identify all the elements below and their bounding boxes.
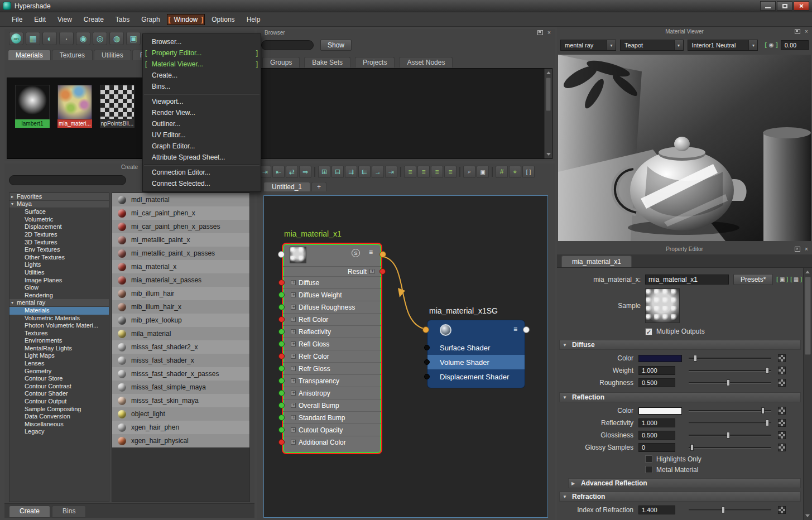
swatch-toolbar-icon[interactable]: ◍ [109, 32, 124, 45]
float-panel-icon[interactable] [795, 247, 800, 252]
node-type-list-item[interactable]: misss_fast_simple_maya [112, 381, 249, 394]
node-attribute-row[interactable]: Overall Bump [283, 399, 381, 411]
environment-dropdown[interactable]: Interior1 Neutral ▾ [688, 40, 758, 51]
ior-field[interactable]: 1.400 [638, 505, 675, 514]
tree-item[interactable]: Materials [9, 307, 109, 315]
tree-item[interactable]: Contour Output [9, 398, 109, 406]
texture-map-button[interactable] [778, 407, 786, 415]
float-panel-icon[interactable] [795, 29, 800, 34]
node-type-list-item[interactable]: xgen_hair_phen [112, 421, 249, 434]
browser-search-input[interactable] [261, 40, 314, 50]
node-input-port[interactable] [278, 251, 285, 258]
node-header[interactable]: ≡ [427, 320, 525, 340]
menu-item[interactable]: Tabs [110, 14, 134, 25]
node-type-list-item[interactable]: mi_metallic_paint_x_passes [112, 247, 249, 260]
tree-item[interactable]: ▾ Maya [9, 201, 109, 209]
tree-item[interactable]: Light Maps [9, 352, 109, 360]
texture-map-button[interactable] [778, 506, 786, 514]
swatch-tab[interactable]: Materials [8, 50, 51, 60]
node-type-list-item[interactable]: mi_metallic_paint_x [112, 233, 249, 247]
tree-item[interactable]: Displacement [9, 223, 109, 231]
node-attribute-row[interactable]: Volume Shader [427, 355, 525, 369]
node-name-input[interactable] [645, 275, 729, 285]
scroll-thumb[interactable] [546, 78, 551, 111]
tree-item[interactable]: 3D Textures [9, 239, 109, 247]
tree-disclosure-icon[interactable]: ▸ [11, 193, 17, 201]
tree-item[interactable]: Sample Compositing [9, 406, 109, 413]
weight-field[interactable]: 1.000 [638, 366, 675, 375]
material-swatch[interactable]: mia_materi... [57, 85, 92, 158]
reflection-color-swatch[interactable] [638, 407, 682, 415]
slider-handle[interactable] [727, 432, 730, 439]
slider-handle[interactable] [690, 444, 694, 451]
node-attribute-row[interactable]: Standard Bump [283, 411, 381, 423]
tree-item[interactable]: Utilities [9, 269, 109, 277]
attribute-input-port[interactable] [424, 345, 430, 350]
property-editor-scrollbar[interactable] [803, 268, 812, 520]
metal-material-checkbox[interactable] [645, 466, 652, 473]
window-menu-item[interactable]: Connection Editor... [143, 167, 261, 178]
reflectivity-slider[interactable] [689, 419, 771, 427]
node-editor-toolbar-icon[interactable] [400, 167, 401, 177]
attribute-input-port[interactable] [278, 427, 285, 433]
refresh-preview-icon[interactable]: ◉ [766, 41, 776, 50]
close-panel-icon[interactable]: × [803, 28, 810, 35]
expand-result-icon[interactable] [369, 269, 374, 274]
multiple-outputs-checkbox[interactable]: ✓ [645, 328, 652, 335]
refraction-section-header[interactable]: ▼ Refraction [559, 492, 801, 502]
tree-item[interactable]: Miscellaneous [9, 421, 109, 428]
browser-tab[interactable]: Groups [262, 57, 300, 68]
node-type-list-item[interactable]: misss_fast_shader_x [112, 354, 249, 367]
expand-attribute-icon[interactable] [291, 305, 296, 310]
node-attribute-row[interactable]: Diffuse Roughness [283, 301, 381, 313]
attribute-input-port[interactable] [278, 365, 285, 372]
window-menu-item[interactable]: Viewport... [143, 96, 261, 107]
roughness-field[interactable]: 0.500 [638, 378, 675, 387]
node-attribute-row[interactable]: Additional Color [283, 436, 381, 448]
roughness-slider[interactable] [689, 379, 771, 387]
close-panel-icon[interactable]: × [803, 246, 810, 253]
tree-item[interactable]: Contour Store [9, 375, 109, 383]
expand-attribute-icon[interactable] [291, 341, 296, 346]
swatch-toolbar-icon[interactable]: ▦ [26, 32, 40, 45]
node-type-list-item[interactable]: mib_illum_hair [112, 287, 249, 300]
texture-map-button[interactable] [778, 354, 786, 362]
node-editor-toolbar-icon[interactable]: ⊞ [318, 166, 330, 178]
node-editor-toolbar-icon[interactable]: ▣ [477, 166, 489, 178]
attribute-input-port[interactable] [278, 378, 285, 384]
node-type-list-item[interactable]: mib_illum_hair_x [112, 300, 249, 314]
node-menu-icon[interactable]: ≡ [369, 248, 373, 256]
node-attribute-row[interactable]: Anisotropy [283, 387, 381, 399]
tree-item[interactable]: MentalRay Lights [9, 345, 109, 353]
expand-attribute-icon[interactable] [291, 366, 296, 371]
tree-item[interactable]: Lenses [9, 360, 109, 368]
menu-item[interactable]: Help [242, 14, 266, 25]
minimize-button[interactable] [760, 1, 776, 11]
node-type-list-item[interactable]: xgen_hair_physical [112, 434, 249, 447]
attribute-input-port[interactable] [278, 390, 285, 396]
swatch-toolbar-icon[interactable]: · [59, 32, 74, 45]
tree-item[interactable]: Rendering [9, 292, 109, 300]
window-menu-item[interactable]: Graph Editor... [143, 141, 261, 152]
reflection-section-header[interactable]: ▼ Reflection [559, 392, 801, 402]
node-type-list-item[interactable]: misss_fast_shader_x_passes [112, 367, 249, 381]
node-type-list-item[interactable]: misss_fast_shader2_x [112, 340, 249, 354]
show-in-graph-icon[interactable]: ▣ [777, 275, 787, 284]
attribute-input-port[interactable] [424, 374, 430, 379]
browser-tab[interactable]: Asset Nodes [399, 57, 453, 68]
tree-item[interactable]: Photon Volumetric Materi... [9, 322, 109, 330]
expand-attribute-icon[interactable] [291, 317, 296, 322]
tree-item[interactable]: Image Planes [9, 277, 109, 285]
texture-map-button[interactable] [778, 431, 786, 439]
swatch-toolbar-icon[interactable]: ◐ [42, 32, 57, 45]
create-bottom-tab[interactable]: Create [9, 505, 50, 518]
node-editor-toolbar-icon[interactable]: ⇤ [272, 166, 285, 178]
texture-map-button[interactable] [778, 379, 786, 387]
menu-item[interactable]: View [52, 14, 77, 25]
node-attribute-row[interactable]: Transparency [283, 374, 381, 387]
tree-item[interactable]: Env Textures [9, 246, 109, 254]
tree-item[interactable]: Contour Contrast [9, 383, 109, 391]
window-menu-item[interactable]: Browser... [143, 36, 261, 47]
expand-attribute-icon[interactable] [291, 440, 296, 445]
renderer-dropdown[interactable]: mental ray ▾ [560, 40, 616, 51]
